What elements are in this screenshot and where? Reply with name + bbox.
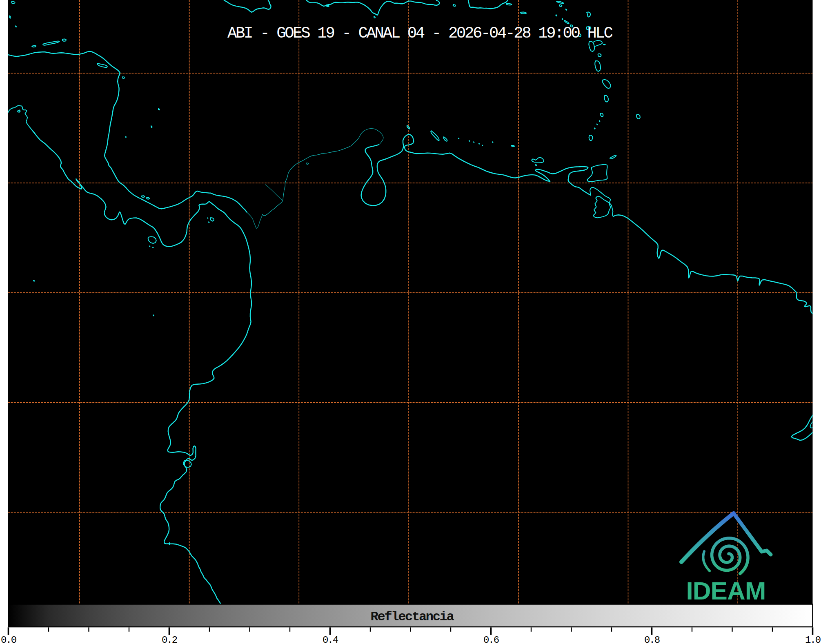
svg-text:0.2: 0.2: [162, 635, 177, 644]
svg-text:1.0: 1.0: [805, 635, 821, 644]
svg-text:ABI - GOES 19 - CANAL 04 - 202: ABI - GOES 19 - CANAL 04 - 2026-04-28 19…: [227, 25, 613, 42]
svg-text:0.4: 0.4: [323, 635, 338, 644]
svg-text:0.8: 0.8: [644, 635, 660, 644]
svg-text:0.0: 0.0: [1, 635, 16, 644]
svg-text:0.6: 0.6: [483, 635, 499, 644]
svg-text:Reflectancia: Reflectancia: [371, 609, 454, 624]
svg-text:IDEAM: IDEAM: [686, 577, 766, 605]
